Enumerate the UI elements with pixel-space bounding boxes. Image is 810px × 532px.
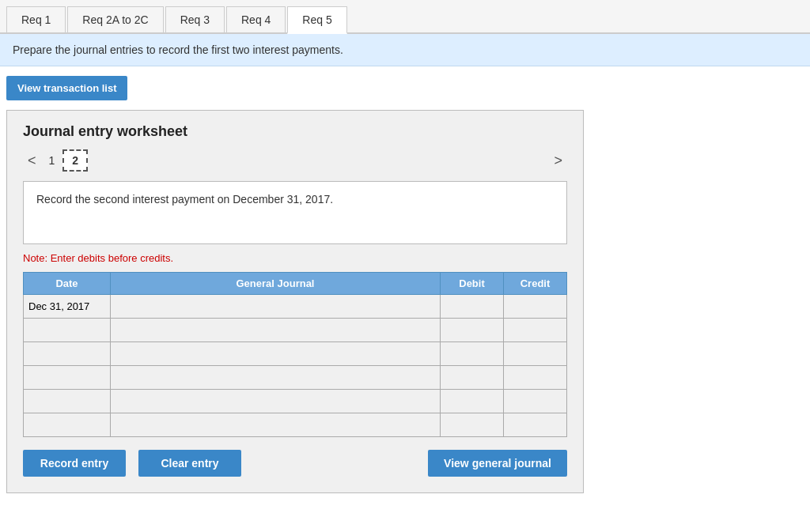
tab-req1[interactable]: Req 1: [6, 6, 66, 32]
pagination: < 1 2 >: [23, 149, 567, 172]
table-row: [24, 295, 567, 319]
input-date[interactable]: [24, 390, 110, 413]
worksheet-title: Journal entry worksheet: [23, 123, 567, 140]
input-date[interactable]: [24, 413, 110, 436]
instruction-box: Record the second interest payment on De…: [23, 181, 567, 244]
input-credit[interactable]: [504, 413, 566, 436]
cell-credit[interactable]: [504, 366, 567, 390]
input-credit[interactable]: [504, 319, 566, 341]
cell-date[interactable]: [24, 413, 111, 437]
cell-journal[interactable]: [111, 342, 441, 366]
input-date[interactable]: [24, 342, 110, 365]
tab-req2a2c[interactable]: Req 2A to 2C: [67, 6, 163, 32]
page-2-button[interactable]: 2: [62, 149, 88, 172]
input-journal[interactable]: [111, 413, 440, 436]
cell-credit[interactable]: [504, 413, 567, 437]
cell-journal[interactable]: [111, 413, 441, 437]
cell-journal[interactable]: [111, 295, 441, 319]
view-transaction-list-button[interactable]: View transaction list: [6, 76, 127, 100]
tab-req3[interactable]: Req 3: [165, 6, 225, 32]
col-header-journal: General Journal: [111, 273, 441, 295]
cell-journal[interactable]: [111, 366, 441, 390]
cell-date[interactable]: [24, 295, 111, 319]
info-text: Prepare the journal entries to record th…: [13, 43, 343, 56]
input-journal[interactable]: [111, 342, 440, 365]
col-header-credit: Credit: [504, 273, 567, 295]
tab-req5[interactable]: Req 5: [287, 6, 346, 34]
cell-credit[interactable]: [504, 342, 567, 366]
input-debit[interactable]: [441, 342, 503, 365]
cell-credit[interactable]: [504, 295, 567, 319]
table-row: [24, 413, 567, 437]
input-debit[interactable]: [441, 413, 503, 436]
instruction-text: Record the second interest payment on De…: [36, 193, 333, 206]
input-credit[interactable]: [504, 295, 566, 318]
cell-credit[interactable]: [504, 390, 567, 413]
clear-entry-button[interactable]: Clear entry: [138, 450, 241, 477]
table-row: [24, 390, 567, 413]
cell-debit[interactable]: [441, 295, 504, 319]
input-credit[interactable]: [504, 390, 566, 413]
page-1-button[interactable]: 1: [41, 151, 63, 170]
cell-debit[interactable]: [441, 319, 504, 342]
input-journal[interactable]: [111, 366, 440, 389]
view-general-journal-button[interactable]: View general journal: [428, 450, 567, 477]
cell-debit[interactable]: [441, 390, 504, 413]
input-debit[interactable]: [441, 295, 503, 318]
cell-debit[interactable]: [441, 413, 504, 437]
input-credit[interactable]: [504, 342, 566, 365]
cell-debit[interactable]: [441, 366, 504, 390]
next-page-button[interactable]: >: [549, 151, 567, 171]
input-journal[interactable]: [111, 295, 440, 318]
table-row: [24, 366, 567, 390]
input-date[interactable]: [24, 366, 110, 389]
input-journal[interactable]: [111, 319, 440, 341]
tabs-bar: Req 1 Req 2A to 2C Req 3 Req 4 Req 5: [0, 0, 810, 34]
table-row: [24, 342, 567, 366]
input-debit[interactable]: [441, 366, 503, 389]
cell-journal[interactable]: [111, 390, 441, 413]
table-row: [24, 319, 567, 342]
worksheet-container: Journal entry worksheet < 1 2 > Record t…: [6, 110, 584, 493]
record-entry-button[interactable]: Record entry: [23, 450, 126, 477]
input-debit[interactable]: [441, 319, 503, 341]
input-journal[interactable]: [111, 390, 440, 413]
journal-table: Date General Journal Debit Credit: [23, 272, 567, 437]
cell-debit[interactable]: [441, 342, 504, 366]
cell-date[interactable]: [24, 319, 111, 342]
input-debit[interactable]: [441, 390, 503, 413]
info-bar: Prepare the journal entries to record th…: [0, 34, 810, 66]
prev-page-button[interactable]: <: [23, 151, 41, 171]
input-date[interactable]: [24, 295, 110, 318]
action-buttons: Record entry Clear entry View general jo…: [23, 450, 567, 477]
cell-journal[interactable]: [111, 319, 441, 342]
input-credit[interactable]: [504, 366, 566, 389]
cell-date[interactable]: [24, 342, 111, 366]
col-header-date: Date: [24, 273, 111, 295]
cell-date[interactable]: [24, 390, 111, 413]
col-header-debit: Debit: [441, 273, 504, 295]
input-date[interactable]: [24, 319, 110, 341]
tab-req4[interactable]: Req 4: [226, 6, 286, 32]
note-text: Note: Enter debits before credits.: [23, 252, 567, 264]
cell-date[interactable]: [24, 366, 111, 390]
cell-credit[interactable]: [504, 319, 567, 342]
